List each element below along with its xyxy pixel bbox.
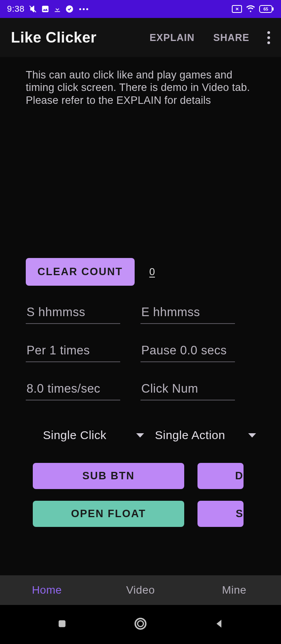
action-select[interactable]: Single Action	[155, 429, 258, 442]
sub-button[interactable]: SUB BTN	[33, 463, 184, 489]
status-time: 9:38	[7, 4, 25, 14]
recent-apps-icon[interactable]	[56, 618, 68, 631]
svg-rect-8	[59, 620, 66, 627]
explain-button[interactable]: EXPLAIN	[142, 27, 201, 48]
d-button[interactable]: D	[197, 463, 244, 489]
download-icon	[53, 5, 61, 13]
click-num-input[interactable]	[140, 379, 235, 400]
tab-mine[interactable]: Mine	[187, 575, 281, 605]
click-mode-select[interactable]: Single Click	[43, 429, 146, 442]
cast-icon: ✕	[232, 5, 242, 13]
system-nav-bar	[0, 605, 281, 644]
description-text: This can auto click like and play games …	[26, 69, 258, 107]
svg-text:65: 65	[263, 7, 268, 11]
more-icon	[79, 8, 88, 10]
chevron-down-icon	[248, 433, 256, 438]
battery-icon: 65	[259, 5, 274, 13]
app-bar: Like Clicker EXPLAIN SHARE	[0, 18, 281, 57]
count-value[interactable]: 0	[149, 266, 155, 278]
wifi-icon	[246, 5, 255, 13]
check-circle-icon	[65, 5, 74, 13]
action-label: Single Action	[155, 429, 225, 442]
svg-rect-1	[42, 6, 49, 12]
tab-video[interactable]: Video	[94, 575, 187, 605]
mute-icon	[28, 5, 37, 13]
end-time-input[interactable]	[140, 303, 235, 324]
status-right: ✕ 65	[232, 5, 274, 13]
svg-text:✕: ✕	[235, 7, 239, 11]
overflow-menu-icon[interactable]	[261, 28, 272, 47]
svg-point-10	[138, 621, 144, 627]
start-time-input[interactable]	[26, 303, 120, 324]
s-button[interactable]: S	[197, 501, 244, 527]
status-left: 9:38	[7, 4, 88, 14]
chevron-down-icon	[136, 433, 144, 438]
per-times-input[interactable]	[26, 341, 120, 362]
main-content: This can auto click like and play games …	[0, 57, 281, 575]
share-button[interactable]: SHARE	[206, 27, 256, 48]
rate-input[interactable]	[26, 379, 120, 400]
bottom-tabs: Home Video Mine	[0, 575, 281, 605]
open-float-button[interactable]: OPEN FLOAT	[33, 501, 184, 527]
back-icon[interactable]	[213, 618, 225, 631]
pause-secs-input[interactable]	[140, 341, 235, 362]
click-mode-label: Single Click	[43, 429, 107, 442]
clear-count-button[interactable]: CLEAR COUNT	[26, 258, 135, 286]
picture-icon	[41, 5, 50, 13]
tab-home[interactable]: Home	[0, 575, 94, 605]
status-bar: 9:38 ✕ 65	[0, 0, 281, 18]
home-icon[interactable]	[133, 617, 148, 632]
svg-rect-6	[272, 7, 274, 11]
svg-point-9	[135, 619, 146, 629]
app-title: Like Clicker	[11, 29, 138, 46]
